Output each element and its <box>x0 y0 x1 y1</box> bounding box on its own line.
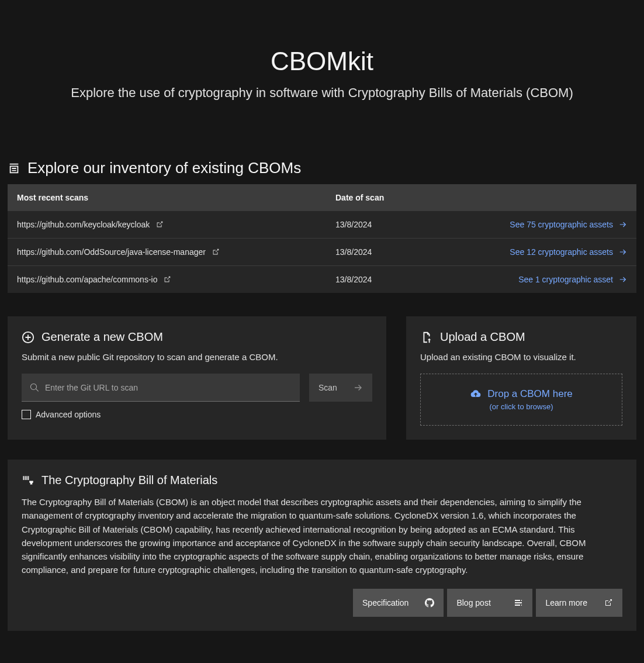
col-date-scan: Date of scan <box>335 193 627 202</box>
scan-date: 13/8/2024 <box>335 275 487 284</box>
scan-date: 13/8/2024 <box>335 247 487 257</box>
file-upload-icon <box>420 331 433 344</box>
blog-post-button[interactable]: Blog post <box>447 589 532 617</box>
list-icon <box>8 162 20 175</box>
arrow-right-icon <box>619 220 627 229</box>
shield-barcode-icon <box>22 474 34 487</box>
upload-desc: Upload an existing CBOM to visualize it. <box>420 352 622 362</box>
github-icon <box>425 598 434 607</box>
repo-url[interactable]: https://github.com/apache/commons-io <box>17 275 157 284</box>
cloud-upload-icon <box>470 388 482 400</box>
hero-section: CBOMkit Explore the use of cryptography … <box>8 0 636 159</box>
inventory-heading: Explore our inventory of existing CBOMs <box>8 159 636 177</box>
upload-heading: Upload a CBOM <box>440 330 525 344</box>
blog-icon <box>514 598 523 607</box>
repo-url[interactable]: https://github.com/keycloak/keycloak <box>17 220 150 229</box>
upload-cbom-card: Upload a CBOM Upload an existing CBOM to… <box>406 316 636 440</box>
inventory-table: Most recent scans Date of scan https://g… <box>8 184 636 293</box>
col-recent-scans: Most recent scans <box>17 193 335 202</box>
git-url-input-wrap[interactable] <box>22 374 300 402</box>
table-row[interactable]: https://github.com/OddSource/java-licens… <box>8 239 636 266</box>
specification-button[interactable]: Specification <box>353 589 444 617</box>
info-card: The Cryptography Bill of Materials The C… <box>8 460 636 631</box>
arrow-right-icon <box>354 383 363 392</box>
arrow-right-icon <box>619 248 627 256</box>
generate-heading: Generate a new CBOM <box>41 330 163 344</box>
see-assets-link[interactable]: See 75 cryptographic assets <box>510 220 627 229</box>
external-link-icon <box>604 598 613 607</box>
advanced-options-checkbox[interactable]: Advanced options <box>22 410 372 419</box>
scan-button[interactable]: Scan <box>309 374 372 402</box>
upload-drop-zone[interactable]: Drop a CBOM here (or click to browse) <box>420 374 622 426</box>
external-link-icon <box>163 275 171 284</box>
external-link-icon <box>155 220 164 229</box>
external-link-icon <box>212 248 220 256</box>
info-heading: The Cryptography Bill of Materials <box>41 474 217 487</box>
advanced-checkbox-input[interactable] <box>22 410 31 419</box>
info-description: The Cryptography Bill of Materials (CBOM… <box>22 495 622 577</box>
generate-desc: Submit a new public Git repository to sc… <box>22 352 372 362</box>
scan-date: 13/8/2024 <box>335 220 487 229</box>
generate-cbom-card: Generate a new CBOM Submit a new public … <box>8 316 386 440</box>
plus-circle-icon <box>22 331 34 344</box>
table-row[interactable]: https://github.com/keycloak/keycloak 13/… <box>8 211 636 239</box>
table-header: Most recent scans Date of scan <box>8 184 636 211</box>
see-assets-link[interactable]: See 1 cryptographic asset <box>518 275 627 284</box>
see-assets-link[interactable]: See 12 cryptographic assets <box>510 247 627 257</box>
repo-url[interactable]: https://github.com/OddSource/java-licens… <box>17 247 206 257</box>
git-url-input[interactable] <box>45 383 292 392</box>
table-row[interactable]: https://github.com/apache/commons-io 13/… <box>8 266 636 293</box>
search-icon <box>30 383 39 392</box>
page-subtitle: Explore the use of cryptography in softw… <box>8 85 636 101</box>
page-title: CBOMkit <box>8 47 636 76</box>
arrow-right-icon <box>619 275 627 284</box>
learn-more-button[interactable]: Learn more <box>536 589 622 617</box>
